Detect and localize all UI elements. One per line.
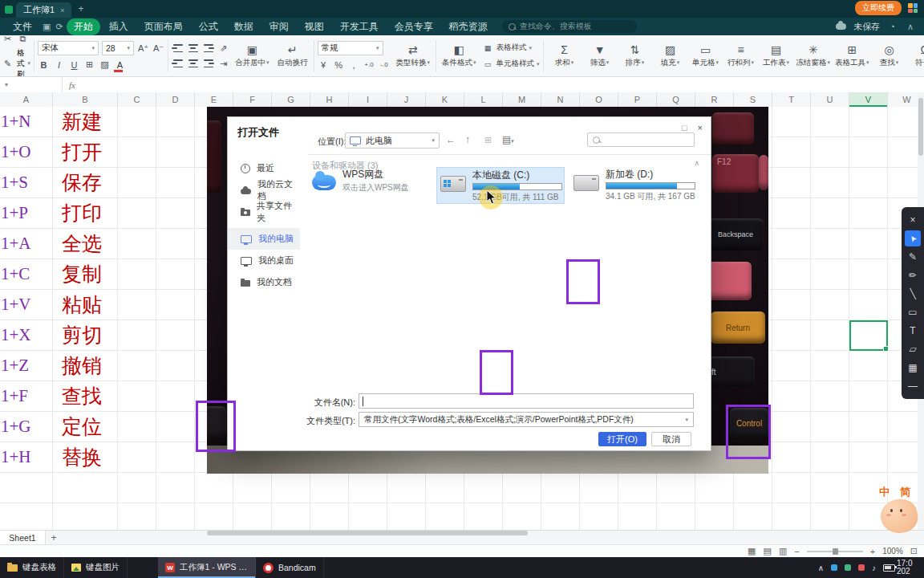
cell-C1[interactable] <box>118 107 156 136</box>
zoom-slider[interactable] <box>807 551 863 552</box>
device-wps-cloud[interactable]: WPS网盘 双击进入WPS网盘 <box>312 169 434 202</box>
copy-icon[interactable]: ⧉ <box>17 35 29 45</box>
cursor-tool[interactable]: ➤ <box>905 230 921 246</box>
fx-icon[interactable]: fx <box>69 80 75 90</box>
maximize-icon[interactable]: □ <box>682 123 687 132</box>
cell-D10[interactable] <box>156 381 195 411</box>
column-header-R[interactable]: R <box>695 92 734 107</box>
cell-P14[interactable] <box>618 503 657 530</box>
filetype-select[interactable]: 常用文件(文字Word格式;表格/Excel格式;演示/PowerPoint格式… <box>359 412 694 427</box>
cell-C3[interactable] <box>118 168 156 197</box>
eraser-tool[interactable]: ▱ <box>905 341 921 357</box>
cell-B9[interactable]: 撤销 <box>53 351 118 381</box>
cell-U12[interactable] <box>811 442 849 472</box>
page-view-icon[interactable]: ▤ <box>764 546 772 556</box>
save-icon[interactable]: ▣ <box>40 22 53 32</box>
currency-icon[interactable]: ¥ <box>318 59 330 71</box>
dialog-sidebar-共享文件夹[interactable]: 共享文件夹 <box>228 201 300 222</box>
cell-D6[interactable] <box>156 259 195 289</box>
cell-M13[interactable] <box>503 473 541 503</box>
cell-D1[interactable] <box>156 107 195 136</box>
format-painter-label[interactable]: 格式刷 <box>17 48 25 78</box>
percent-icon[interactable]: % <box>333 59 345 71</box>
cell-C7[interactable] <box>118 290 156 320</box>
cancel-button[interactable]: 取消 <box>651 432 691 446</box>
orientation-icon[interactable]: ⇗ <box>217 43 229 55</box>
cell-T2[interactable] <box>772 137 811 167</box>
taskbar-item-folder[interactable]: 键盘表格 <box>0 557 64 578</box>
dialog-search-input[interactable] <box>587 132 695 147</box>
cell-C10[interactable] <box>118 381 156 411</box>
cell-V9[interactable] <box>849 351 888 381</box>
toolbar-merge-center[interactable]: ▣ 合并居中▾ <box>233 38 272 75</box>
cell-C4[interactable] <box>118 198 156 228</box>
back-icon[interactable]: ← <box>446 134 456 145</box>
cell-C9[interactable] <box>118 351 156 381</box>
chevron-up-icon[interactable]: ∧ <box>818 564 824 572</box>
cell-A3[interactable]: 1+S <box>0 168 53 197</box>
cell-U4[interactable] <box>811 198 849 228</box>
cell-M14[interactable] <box>503 503 541 530</box>
cell-B11[interactable]: 定位 <box>53 412 118 442</box>
cell-U5[interactable] <box>811 229 849 258</box>
cell-D3[interactable] <box>156 168 195 197</box>
sheet-tab[interactable]: Sheet1 <box>0 531 46 544</box>
underline-button[interactable]: U <box>68 59 80 71</box>
toolbar-rows-cols[interactable]: ≡行和列▾ <box>723 38 759 75</box>
column-header-H[interactable]: H <box>310 92 349 107</box>
column-header-Q[interactable]: Q <box>657 92 695 107</box>
zoom-out-icon[interactable]: − <box>794 547 799 556</box>
cell-C2[interactable] <box>118 137 156 167</box>
toolbar-freeze[interactable]: ✳冻结窗格▾ <box>794 38 833 75</box>
menu-tab-稻壳资源[interactable]: 稻壳资源 <box>442 18 495 35</box>
battery-icon[interactable] <box>883 564 895 572</box>
column-header-V[interactable]: V <box>849 92 888 107</box>
align-middle-icon[interactable] <box>187 44 199 52</box>
app-red-icon[interactable] <box>858 564 865 571</box>
cell-O13[interactable] <box>580 473 618 503</box>
device-drive-d[interactable]: 新加卷 (D:) 34.1 GB 可用, 共 167 GB <box>570 167 702 206</box>
cell-J13[interactable] <box>387 473 426 503</box>
normal-view-icon[interactable]: ▦ <box>748 546 756 556</box>
column-header-N[interactable]: N <box>541 92 580 107</box>
cell-A7[interactable]: 1+V <box>0 290 53 320</box>
new-tab-button[interactable]: + <box>78 3 83 14</box>
cell-T14[interactable] <box>772 503 811 530</box>
cell-C5[interactable] <box>118 229 156 258</box>
cell-C14[interactable] <box>118 503 156 530</box>
cell-R13[interactable] <box>695 473 734 503</box>
cell-A12[interactable]: 1+H <box>0 442 53 472</box>
collapse-section-icon[interactable]: ∧ <box>694 159 699 167</box>
cell-H13[interactable] <box>310 473 349 503</box>
cell-C8[interactable] <box>118 320 156 350</box>
filename-input[interactable] <box>359 393 694 409</box>
up-icon[interactable]: ↑ <box>465 134 470 145</box>
cell-A13[interactable] <box>0 473 53 503</box>
menu-tab-会员专享[interactable]: 会员专享 <box>387 18 440 35</box>
font-name-select[interactable]: 宋体▾ <box>38 41 99 55</box>
cell-U10[interactable] <box>811 381 849 411</box>
cell-C11[interactable] <box>118 412 156 442</box>
menu-tab-审阅[interactable]: 审阅 <box>262 18 296 35</box>
cell-E13[interactable] <box>195 473 233 503</box>
cell-U14[interactable] <box>811 503 849 530</box>
cell-D11[interactable] <box>156 412 195 442</box>
column-header-O[interactable]: O <box>580 92 618 107</box>
cell-D14[interactable] <box>156 503 195 530</box>
cell-V3[interactable] <box>849 168 888 197</box>
cell-L13[interactable] <box>464 473 503 503</box>
toolbar-conditional-format[interactable]: ◧ 条件格式▾ <box>440 38 479 75</box>
column-header-J[interactable]: J <box>387 92 426 107</box>
app-green-icon[interactable] <box>845 564 851 571</box>
cell-S13[interactable] <box>734 473 772 503</box>
toolbar-worksheet[interactable]: ▤工作表▾ <box>759 38 794 75</box>
sync-icon[interactable]: ⟳ <box>53 22 65 32</box>
volume-icon[interactable]: ♪ <box>872 564 876 572</box>
board-tool[interactable]: ▦ <box>905 360 921 376</box>
comma-icon[interactable]: , <box>348 59 360 71</box>
toolbar-sum[interactable]: Σ求和▾ <box>547 38 582 75</box>
decrease-font-icon[interactable]: A⁻ <box>152 43 164 55</box>
cell-D7[interactable] <box>156 290 195 320</box>
cell-D9[interactable] <box>156 351 195 381</box>
zoom-in-icon[interactable]: + <box>870 547 875 556</box>
